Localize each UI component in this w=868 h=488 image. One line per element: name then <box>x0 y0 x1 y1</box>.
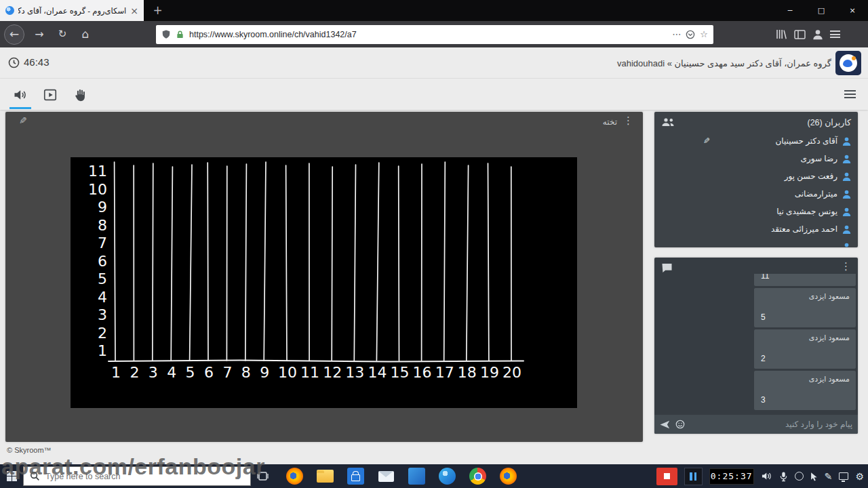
chat-message: مسعود ایزدی 3 <box>754 371 856 410</box>
browser-tab[interactable]: اسکای‌روم - گروه عمران، آقای دک × <box>0 0 144 21</box>
pocket-icon[interactable] <box>686 30 695 39</box>
board-menu-icon[interactable]: ⋮ <box>623 116 633 126</box>
volume-icon[interactable] <box>761 471 772 481</box>
microsoft-store-icon[interactable] <box>347 468 364 485</box>
svg-text:2: 2 <box>130 364 139 381</box>
url-input[interactable] <box>189 30 667 39</box>
forward-button[interactable]: → <box>31 29 47 40</box>
pencil-icon: ✎ <box>703 137 710 145</box>
network-icon[interactable] <box>839 472 848 480</box>
svg-text:13: 13 <box>345 364 364 381</box>
svg-text:17: 17 <box>435 364 454 381</box>
tab-close-icon[interactable]: × <box>130 6 138 16</box>
svg-text:18: 18 <box>458 364 477 381</box>
mail-icon[interactable] <box>378 468 395 485</box>
svg-text:10: 10 <box>88 181 107 198</box>
session-timer: 46:43 <box>24 56 50 68</box>
user-list-item[interactable]: رضا سوری <box>654 150 858 167</box>
firefox-active-icon[interactable] <box>500 468 517 485</box>
sidebars-icon[interactable] <box>794 30 806 39</box>
svg-text:6: 6 <box>98 253 107 270</box>
send-icon[interactable] <box>660 420 670 429</box>
user-list-item[interactable]: احمد میرزائی معتقد <box>654 220 858 238</box>
bookmark-star-icon[interactable]: ☆ <box>700 30 708 39</box>
raise-hand-button[interactable] <box>69 84 91 106</box>
window-close-button[interactable]: × <box>837 0 868 21</box>
audio-button[interactable] <box>9 84 31 106</box>
reload-button[interactable]: ↻ <box>54 29 71 39</box>
user-list-item[interactable]: میترارمضانی <box>654 185 858 203</box>
pencil-icon[interactable]: ✎ <box>825 472 833 481</box>
firefox-icon[interactable] <box>286 468 303 485</box>
back-button[interactable]: ← <box>4 24 24 45</box>
user-icon <box>842 225 851 234</box>
window-minimize-button[interactable]: ─ <box>774 0 806 21</box>
users-panel: کاربران (26) آقای دکتر حسینیان ✎ رضا سور… <box>654 112 858 247</box>
toolbar-menu-icon[interactable] <box>844 90 856 98</box>
pencil-icon[interactable]: ✎ <box>19 116 27 125</box>
user-list-item-partial[interactable] <box>654 238 858 247</box>
clock-icon <box>8 57 20 68</box>
emoji-icon[interactable] <box>675 420 685 429</box>
chat-panel: ⋮ 11 مسعود ایزدی 5 مسعود ایزدی 2 مسعود ا… <box>654 258 858 434</box>
home-button[interactable]: ⌂ <box>77 28 94 40</box>
users-icon <box>661 117 675 127</box>
chat-input-bar <box>654 415 858 434</box>
chrome-icon[interactable] <box>469 468 486 485</box>
tab-title: اسکای‌روم - گروه عمران، آقای دک <box>18 6 126 16</box>
play-icon <box>42 87 58 102</box>
svg-text:5: 5 <box>98 270 107 287</box>
settings-gear-icon[interactable]: ⚙ <box>855 472 864 481</box>
file-explorer-icon[interactable] <box>317 470 334 483</box>
chat-message-list[interactable]: 11 مسعود ایزدی 5 مسعود ایزدی 2 مسعود ایز… <box>754 274 856 413</box>
tracking-shield-icon[interactable] <box>161 29 171 39</box>
svg-text:6: 6 <box>204 364 214 381</box>
recorder-timer: 0:25:37 <box>709 468 754 485</box>
window-controls: ─ □ × <box>774 0 868 21</box>
user-icon <box>842 172 851 181</box>
user-icon <box>842 155 851 163</box>
board-title: تخته <box>603 117 617 127</box>
svg-text:16: 16 <box>413 364 432 381</box>
cursor-icon[interactable] <box>810 472 818 481</box>
nav-right-buttons <box>776 29 840 40</box>
account-icon[interactable] <box>812 29 823 40</box>
app-icon[interactable] <box>408 468 425 485</box>
lock-icon[interactable] <box>176 30 184 39</box>
library-icon[interactable] <box>776 29 787 39</box>
svg-text:15: 15 <box>391 364 410 381</box>
browser-menu-icon[interactable] <box>830 30 840 38</box>
user-list-item[interactable]: رفعت حسن پور <box>654 167 858 185</box>
skyroom-toolbar <box>0 79 868 110</box>
svg-text:7: 7 <box>98 235 107 251</box>
new-tab-button[interactable]: + <box>149 2 166 19</box>
user-icon <box>842 243 851 248</box>
svg-text:1: 1 <box>98 342 107 359</box>
svg-text:14: 14 <box>368 364 387 381</box>
page-actions-icon[interactable]: ⋯ <box>672 30 681 39</box>
chat-message-input[interactable] <box>690 420 852 429</box>
user-list-item[interactable]: یونس جمشیدی نیا <box>654 203 858 220</box>
edge-icon[interactable] <box>439 468 456 485</box>
skyroom-favicon-icon <box>5 6 14 15</box>
chat-bubble-icon <box>661 263 673 273</box>
svg-text:2: 2 <box>98 325 107 342</box>
room-title: vahidouhadi « گروه عمران، آقای دکتر سید … <box>617 58 831 68</box>
board-canvas[interactable]: 1110987654321123456789101112131415161718… <box>71 157 577 408</box>
chat-menu-icon[interactable]: ⋮ <box>841 262 851 272</box>
svg-text:10: 10 <box>278 364 297 381</box>
recorder-pause-button[interactable] <box>684 468 703 485</box>
media-playback-button[interactable] <box>39 84 61 106</box>
chat-message-partial: 11 <box>754 274 856 286</box>
user-list-item[interactable]: آقای دکتر حسینیان ✎ <box>654 132 858 150</box>
window-maximize-button[interactable]: □ <box>806 0 837 21</box>
system-tray: 0:25:37 ✎ ⚙ <box>656 468 868 485</box>
url-bar[interactable]: ⋯ ☆ <box>156 25 713 44</box>
recorder-stop-button[interactable] <box>656 468 677 485</box>
microphone-icon[interactable] <box>779 471 788 482</box>
hand-icon <box>73 87 88 103</box>
user-icon <box>842 190 851 199</box>
record-area-icon[interactable] <box>795 472 804 481</box>
board-drawing: 1110987654321123456789101112131415161718… <box>71 157 577 408</box>
watermark-text: aparat.com/erfanboojar <box>1 453 265 480</box>
